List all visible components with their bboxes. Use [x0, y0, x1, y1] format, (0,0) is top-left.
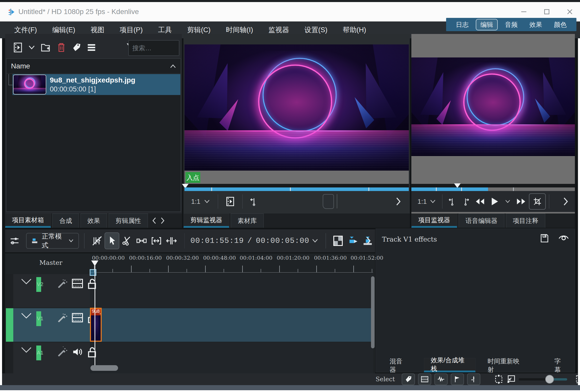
minimize-button[interactable] — [518, 6, 529, 17]
clip-monitor-zoom-level[interactable]: 1:1 — [191, 198, 200, 206]
zoom-dropdown-chevron-icon[interactable] — [427, 193, 439, 210]
tab-time-remap[interactable]: 时间重新映射 — [481, 358, 531, 372]
workspace-audio[interactable]: 音频 — [500, 19, 522, 30]
tab-effects-stack[interactable]: 效果/合成堆栈 — [424, 358, 475, 372]
edit-mode-dropdown[interactable]: 正常模式 — [26, 233, 79, 249]
show-video-thumbnails-toggle[interactable] — [418, 373, 431, 385]
workspace-editing[interactable]: 编辑 — [476, 19, 498, 30]
name-column-header[interactable]: Name — [6, 59, 181, 74]
timeline-playhead-line[interactable] — [95, 266, 95, 371]
play-button[interactable] — [488, 193, 502, 210]
fast-forward-button[interactable] — [514, 193, 529, 210]
slip-tool-button[interactable] — [164, 232, 179, 249]
lock-track-icon[interactable] — [87, 278, 97, 289]
timeline-settings-icon[interactable] — [7, 232, 22, 249]
razor-tool-button[interactable] — [119, 232, 134, 249]
mute-track-speaker-icon[interactable] — [72, 347, 83, 357]
lock-track-icon[interactable] — [87, 347, 97, 358]
tab-effects[interactable]: 效果 — [80, 213, 107, 228]
show-effects-eye-icon[interactable] — [558, 233, 569, 243]
close-button[interactable] — [564, 6, 575, 17]
track-header-v1[interactable]: V1 — [13, 308, 90, 342]
timeline-ruler[interactable]: 00:00:00:00 00:00:16:00 00:00:32:00 00:0… — [90, 253, 373, 273]
insert-zone-button[interactable] — [345, 232, 360, 249]
project-monitor-more-chevron-icon[interactable] — [560, 193, 571, 210]
track-body-a1[interactable] — [90, 342, 373, 373]
timeline-snap-toggle[interactable] — [90, 232, 105, 249]
track-body-v1[interactable] — [90, 308, 373, 342]
maximize-button[interactable] — [541, 6, 552, 17]
hide-track-filmstrip-icon[interactable] — [72, 312, 83, 323]
zone-mode-button[interactable] — [529, 193, 546, 210]
selection-tool-button[interactable] — [105, 232, 120, 249]
tab-project-monitor[interactable]: 项目监视器 — [411, 213, 457, 228]
zoom-out-button[interactable] — [506, 375, 516, 384]
track-effects-wand-icon[interactable] — [57, 347, 68, 358]
collapse-chevron-icon[interactable] — [20, 312, 32, 319]
track-target-v2[interactable] — [6, 274, 13, 307]
spacer-tool-button[interactable] — [134, 232, 149, 249]
zoom-in-fullscreen-button[interactable] — [575, 375, 580, 384]
tab-mixer[interactable]: 混音器 — [383, 358, 415, 372]
timeline-playhead-head[interactable] — [91, 260, 98, 266]
bin-menu-button[interactable] — [84, 40, 99, 55]
timeline-toolbar-more-chevron-icon[interactable] — [363, 232, 374, 249]
clip-monitor-zone-bar[interactable] — [184, 187, 409, 191]
ripple-tool-button[interactable] — [149, 232, 164, 249]
tab-project-bin[interactable]: 项目素材箱 — [5, 213, 51, 228]
tab-library[interactable]: 素材库 — [231, 213, 264, 228]
delete-button[interactable] — [54, 40, 69, 55]
add-clip-dropdown-chevron-icon[interactable] — [26, 40, 37, 55]
project-monitor-ruler[interactable] — [411, 184, 575, 187]
bin-clip-item[interactable]: 9u8_net_shigjxedpsh.jpg 00:00:05:00 [1] — [13, 74, 180, 95]
timecode-current[interactable]: 00:01:55:19 — [190, 236, 244, 245]
collapse-chevron-icon[interactable] — [20, 346, 32, 354]
timeline-horizontal-scrollbar[interactable] — [90, 365, 118, 371]
timeline-zoom-slider-thumb[interactable] — [545, 375, 554, 384]
play-dropdown-chevron-icon[interactable] — [502, 193, 514, 210]
search-input[interactable] — [128, 40, 179, 56]
timeline-clip[interactable]: 9u8_ — [90, 308, 102, 342]
track-body-v2[interactable] — [90, 274, 373, 307]
show-markers-flag-toggle[interactable] — [451, 373, 464, 385]
track-header-a1[interactable]: A1 — [13, 342, 90, 373]
timeline-zoom-slider[interactable] — [519, 378, 567, 381]
rewind-button[interactable] — [472, 193, 488, 210]
tag-button[interactable] — [69, 40, 84, 55]
monitor-toolbar-handle[interactable] — [323, 194, 334, 209]
tab-compositions[interactable]: 合成 — [52, 213, 79, 228]
tab-clip-properties[interactable]: 剪辑属性 — [109, 213, 148, 228]
workspace-logging[interactable]: 日志 — [451, 19, 473, 30]
track-effects-wand-icon[interactable] — [57, 312, 68, 324]
add-clip-button[interactable] — [10, 40, 26, 55]
tab-speech-editor[interactable]: 语音编辑器 — [459, 213, 504, 228]
track-target-v1[interactable] — [6, 308, 13, 342]
sort-chevron-up-icon[interactable] — [169, 64, 177, 69]
timeline-zone-marker[interactable] — [90, 269, 96, 276]
timecode-chevron-icon[interactable] — [309, 232, 321, 249]
track-effects-wand-icon[interactable] — [57, 278, 68, 289]
clip-monitor-overlay-button[interactable] — [222, 193, 238, 210]
project-monitor-video[interactable] — [411, 57, 575, 156]
show-tags-toggle[interactable] — [402, 373, 415, 385]
tab-subtitles[interactable]: 字幕 — [548, 358, 573, 372]
show-audio-thumbnails-toggle[interactable] — [434, 373, 448, 385]
fit-zoom-button[interactable] — [494, 375, 503, 384]
clip-monitor-video[interactable] — [184, 44, 409, 171]
workspace-effects[interactable]: 效果 — [525, 19, 547, 30]
create-folder-button[interactable] — [37, 40, 54, 55]
tab-project-notes[interactable]: 项目注释 — [506, 213, 545, 228]
project-monitor-zone-bar[interactable] — [411, 187, 488, 191]
hide-track-filmstrip-icon[interactable] — [72, 278, 83, 289]
master-track-button[interactable]: Master — [39, 259, 62, 266]
zoom-dropdown-chevron-icon[interactable] — [200, 193, 214, 210]
project-monitor-zoom-level[interactable]: 1:1 — [417, 198, 427, 206]
workspace-color[interactable]: 颜色 — [549, 19, 571, 30]
track-header-v2[interactable]: V2 — [13, 274, 90, 307]
mixed-audio-video-button[interactable] — [331, 232, 345, 249]
timeline-vertical-scrollbar[interactable] — [371, 276, 375, 348]
go-to-in-point-button[interactable] — [247, 193, 261, 210]
go-to-out-point-button[interactable] — [459, 193, 472, 210]
save-effect-stack-icon[interactable] — [540, 233, 549, 243]
tab-scroll-left-icon[interactable] — [152, 217, 157, 224]
